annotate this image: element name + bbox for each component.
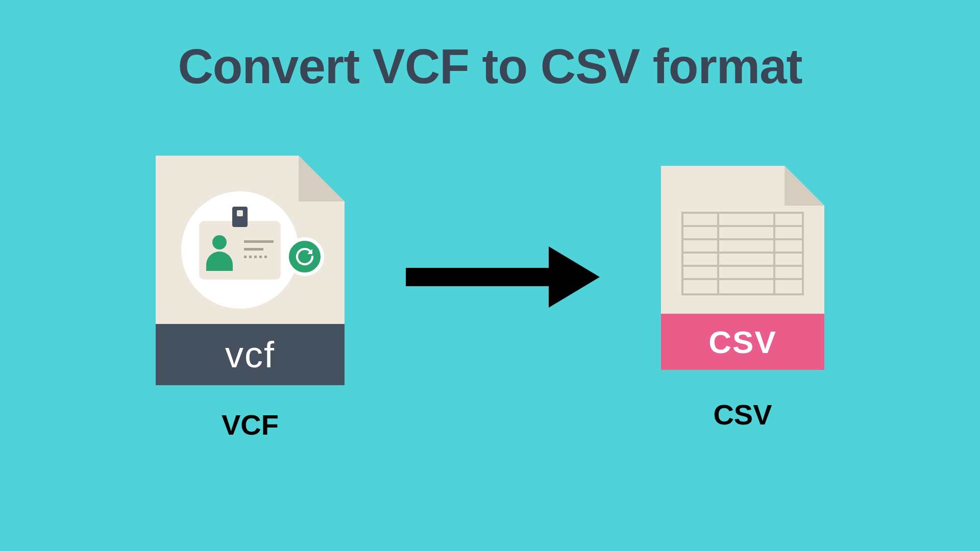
spreadsheet-icon	[681, 212, 804, 295]
id-card-clip	[232, 207, 248, 227]
csv-file-icon: CSV	[661, 166, 824, 370]
vcf-content	[181, 191, 314, 309]
csv-file-body	[661, 166, 824, 314]
svg-rect-0	[406, 268, 554, 286]
id-card-lines	[244, 240, 274, 258]
target-caption: CSV	[713, 398, 772, 431]
arrow-icon	[406, 246, 600, 310]
vcf-file-icon: vcf	[156, 156, 345, 385]
vcf-file-body	[156, 156, 345, 324]
page-title: Convert VCF to CSV format	[178, 38, 802, 94]
source-file-block: vcf VCF	[156, 156, 345, 441]
refresh-badge-icon	[285, 237, 324, 276]
id-card-icon	[199, 221, 281, 280]
conversion-row: vcf VCF	[0, 156, 980, 441]
contact-circle	[181, 191, 299, 309]
target-file-block: CSV CSV	[661, 166, 824, 431]
svg-marker-1	[549, 246, 600, 308]
source-caption: VCF	[222, 408, 279, 441]
vcf-extension-label: vcf	[156, 324, 345, 385]
csv-extension-label: CSV	[661, 314, 824, 370]
avatar-icon	[206, 235, 233, 271]
